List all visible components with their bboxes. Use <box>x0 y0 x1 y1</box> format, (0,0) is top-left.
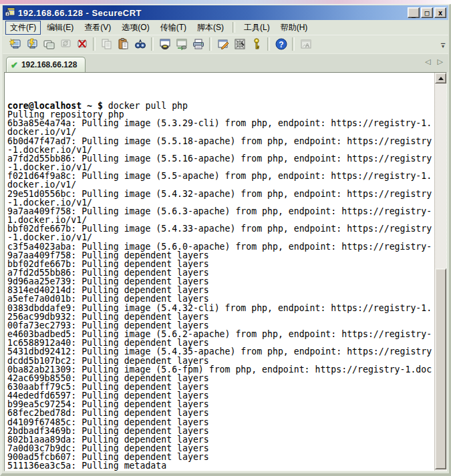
disconnect-icon <box>76 37 89 51</box>
menu-script[interactable]: 脚本(S) <box>192 21 229 35</box>
global-options-button[interactable] <box>231 36 248 52</box>
quick-connect-button[interactable] <box>23 36 40 52</box>
menu-transfer[interactable]: 传输(T) <box>156 21 191 35</box>
menu-bar: 文件(F) 编辑(E) 查看(V) 选项(O) 传输(T) 脚本(S) 工具(L… <box>3 20 448 35</box>
connected-check-icon: ✔ <box>11 60 18 70</box>
menu-separator <box>233 22 235 33</box>
quick-connect-icon <box>25 37 39 51</box>
menu-edit[interactable]: 编辑(E) <box>42 21 78 35</box>
tab-scroll-left-icon[interactable]: ◁ <box>425 57 430 66</box>
terminal-panel: core@localhost ~ $ docker pull php Pulli… <box>4 72 447 471</box>
disconnect-button[interactable] <box>73 36 90 52</box>
tab-scroll-right-icon[interactable]: ▷ <box>438 57 443 66</box>
log-session-button[interactable] <box>156 36 173 52</box>
tab-bar: ✔ 192.168.66.128 ◁ ▷ <box>3 53 448 72</box>
scrollbar-thumb[interactable] <box>435 268 446 469</box>
copy-icon <box>100 37 114 51</box>
find-icon <box>134 37 147 51</box>
menu-options[interactable]: 选项(O) <box>117 21 154 35</box>
up-arrow-icon <box>438 77 444 80</box>
raw-log-session-icon <box>175 37 188 51</box>
maximize-button[interactable]: □ <box>421 7 433 18</box>
global-options-icon <box>233 37 247 51</box>
find-button[interactable] <box>132 36 148 52</box>
menu-tools[interactable]: 工具(L) <box>239 21 275 35</box>
toolbar-separator <box>151 37 154 51</box>
connect-in-tab-icon <box>42 37 55 51</box>
session-tab[interactable]: ✔ 192.168.66.128 <box>6 57 86 72</box>
vertical-scrollbar[interactable] <box>434 73 446 471</box>
print-icon <box>192 37 205 51</box>
toolbar: ? A ▁▾ <box>3 35 448 54</box>
help-icon: ? <box>275 37 288 51</box>
toolbar-overflow-chevron[interactable]: ▁▾ <box>439 39 447 51</box>
toolbar-separator <box>209 37 212 51</box>
paste-button[interactable] <box>115 36 132 52</box>
copy-button <box>98 36 115 52</box>
auto-session-button: A <box>297 36 314 52</box>
menu-view[interactable]: 查看(V) <box>80 21 116 35</box>
minimize-button[interactable]: _ <box>408 7 420 18</box>
menu-help[interactable]: 帮助(H) <box>276 21 313 35</box>
securecrt-window: 192.168.66.128 - SecureCRT _ □ x 文件(F) 编… <box>0 4 451 476</box>
help-button[interactable]: ? <box>273 36 289 52</box>
window-title: 192.168.66.128 - SecureCRT <box>18 8 408 18</box>
toolbar-separator <box>267 37 270 51</box>
terminal-screen[interactable]: core@localhost ~ $ docker pull php Pulli… <box>5 73 435 471</box>
print-button[interactable] <box>190 36 206 52</box>
menu-file[interactable]: 文件(F) <box>5 21 41 35</box>
tab-scroll-controls: ◁ ▷ <box>425 57 443 66</box>
keymap-editor-button[interactable] <box>248 36 265 52</box>
keymap-editor-icon <box>250 37 263 51</box>
toolbar-separator <box>292 37 295 51</box>
connect-in-tab-button[interactable] <box>40 36 57 52</box>
paste-icon <box>117 37 130 51</box>
raw-log-session-button[interactable] <box>173 36 190 52</box>
terminal-output: Pulling repository php 6b3a85e4a74a: Pul… <box>7 110 435 470</box>
scrollbar-up-button[interactable] <box>435 73 446 83</box>
log-session-icon <box>158 37 172 51</box>
session-options-icon <box>216 37 230 51</box>
session-tab-label: 192.168.66.128 <box>21 60 77 69</box>
title-bar[interactable]: 192.168.66.128 - SecureCRT _ □ x <box>3 5 448 20</box>
auto-session-icon: A <box>299 37 313 51</box>
session-options-button[interactable] <box>214 36 231 52</box>
toolbar-separator <box>93 37 96 51</box>
connect-icon <box>9 37 22 51</box>
svg-text:A: A <box>305 42 309 49</box>
connect-button[interactable] <box>7 36 23 52</box>
close-button[interactable]: x <box>434 7 446 18</box>
securecrt-app-icon[interactable] <box>5 7 15 18</box>
svg-text:?: ? <box>279 40 283 49</box>
reconnect-button <box>57 36 73 52</box>
reconnect-icon <box>59 37 72 51</box>
